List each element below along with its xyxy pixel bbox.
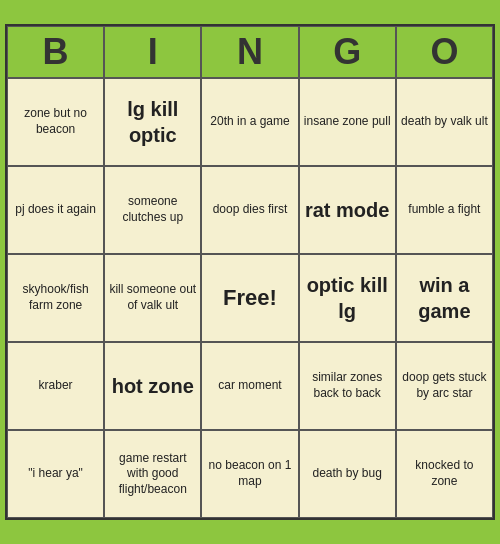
- bingo-cell-1: lg kill optic: [104, 78, 201, 166]
- bingo-cell-15: kraber: [7, 342, 104, 430]
- bingo-cell-10: skyhook/fish farm zone: [7, 254, 104, 342]
- bingo-cell-6: someone clutches up: [104, 166, 201, 254]
- bingo-cell-18: similar zones back to back: [299, 342, 396, 430]
- bingo-card: BINGO zone but no beaconlg kill optic20t…: [5, 24, 495, 520]
- bingo-cell-12: Free!: [201, 254, 298, 342]
- bingo-cell-0: zone but no beacon: [7, 78, 104, 166]
- header-letter-g: G: [299, 26, 396, 78]
- bingo-cell-3: insane zone pull: [299, 78, 396, 166]
- bingo-header: BINGO: [7, 26, 493, 78]
- header-letter-b: B: [7, 26, 104, 78]
- bingo-cell-11: kill someone out of valk ult: [104, 254, 201, 342]
- bingo-cell-23: death by bug: [299, 430, 396, 518]
- bingo-cell-2: 20th in a game: [201, 78, 298, 166]
- bingo-cell-7: doop dies first: [201, 166, 298, 254]
- bingo-cell-4: death by valk ult: [396, 78, 493, 166]
- header-letter-i: I: [104, 26, 201, 78]
- bingo-cell-9: fumble a fight: [396, 166, 493, 254]
- bingo-cell-19: doop gets stuck by arc star: [396, 342, 493, 430]
- bingo-cell-24: knocked to zone: [396, 430, 493, 518]
- bingo-cell-5: pj does it again: [7, 166, 104, 254]
- bingo-cell-21: game restart with good flight/beacon: [104, 430, 201, 518]
- bingo-cell-17: car moment: [201, 342, 298, 430]
- bingo-cell-14: win a game: [396, 254, 493, 342]
- bingo-cell-13: optic kill lg: [299, 254, 396, 342]
- bingo-cell-16: hot zone: [104, 342, 201, 430]
- header-letter-o: O: [396, 26, 493, 78]
- header-letter-n: N: [201, 26, 298, 78]
- bingo-cell-8: rat mode: [299, 166, 396, 254]
- bingo-cell-20: "i hear ya": [7, 430, 104, 518]
- bingo-cell-22: no beacon on 1 map: [201, 430, 298, 518]
- bingo-grid: zone but no beaconlg kill optic20th in a…: [7, 78, 493, 518]
